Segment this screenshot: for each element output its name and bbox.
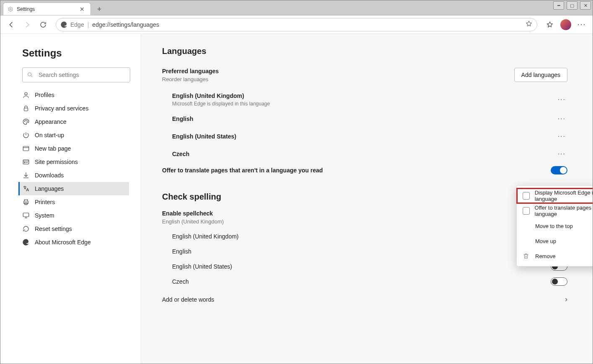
profile-avatar[interactable] [559, 18, 572, 31]
svg-rect-8 [23, 160, 29, 164]
enable-spellcheck-desc: English (United Kingdom) [162, 218, 567, 225]
browser-window: Settings ✕ + ━ ▢ ✕ Edge | edge://setting… [0, 0, 593, 364]
ctx-label: Offer to translate pages in this languag… [535, 205, 593, 217]
close-tab-icon[interactable]: ✕ [78, 6, 86, 13]
svg-rect-10 [24, 201, 28, 204]
forward-button[interactable] [21, 18, 34, 31]
address-app-name: Edge [70, 21, 84, 28]
address-url: edge://settings/languages [92, 21, 159, 28]
ctx-label: Remove [535, 253, 555, 259]
ctx-move-top[interactable]: Move to the top [517, 218, 593, 233]
spellcheck-toggle[interactable] [551, 277, 567, 286]
settings-title: Settings [22, 47, 130, 59]
reset-icon [22, 225, 30, 233]
svg-rect-3 [24, 108, 28, 111]
language-row: English (United Kingdom) Microsoft Edge … [162, 89, 567, 110]
search-icon [27, 72, 34, 78]
sidebar-item-startup[interactable]: On start-up [20, 128, 130, 142]
close-window-button[interactable]: ✕ [580, 1, 591, 10]
ctx-remove[interactable]: Remove [517, 249, 593, 264]
spellcheck-row: English (United States) [162, 259, 567, 274]
language-name: English (United States) [172, 133, 236, 140]
sidebar-item-label: Privacy and services [35, 105, 88, 112]
browser-tab-settings[interactable]: Settings ✕ [3, 3, 91, 15]
app-menu-button[interactable]: ··· [575, 18, 588, 31]
ctx-move-up[interactable]: Move up [517, 233, 593, 249]
svg-point-0 [10, 8, 11, 10]
sidebar-item-profiles[interactable]: Profiles [20, 88, 130, 102]
permissions-icon [22, 158, 30, 166]
sidebar-item-printers[interactable]: Printers [20, 195, 130, 209]
sidebar-item-label: Languages [35, 185, 64, 192]
power-icon [22, 131, 30, 139]
language-desc: Microsoft Edge is displayed in this lang… [172, 101, 270, 107]
sidebar-item-permissions[interactable]: Site permissions [20, 155, 130, 169]
page-heading: Languages [162, 46, 567, 56]
tab-icon [22, 145, 30, 152]
favorites-button[interactable] [543, 18, 557, 31]
settings-main: Languages Preferred languages Reorder la… [141, 34, 593, 364]
back-button[interactable] [5, 18, 18, 31]
trash-icon [523, 253, 529, 259]
sidebar-item-label: New tab page [35, 145, 71, 152]
toolbar: Edge | edge://settings/languages ··· [0, 15, 593, 34]
preferred-languages-header: Preferred languages Reorder languages Ad… [162, 68, 567, 82]
minimize-button[interactable]: ━ [553, 1, 564, 10]
settings-search[interactable] [22, 67, 130, 82]
maximize-button[interactable]: ▢ [567, 1, 578, 10]
svg-point-1 [28, 73, 31, 76]
chevron-right-icon: › [565, 295, 567, 304]
spellcheck-row: Czech [162, 274, 567, 289]
spellcheck-lang: Czech [172, 278, 189, 285]
svg-point-2 [25, 92, 27, 95]
svg-point-6 [27, 121, 28, 122]
sidebar-item-about[interactable]: About Microsoft Edge [20, 236, 130, 249]
language-more-button[interactable]: ··· [556, 94, 567, 105]
ctx-offer-translate[interactable]: Offer to translate pages in this languag… [517, 203, 593, 218]
gear-icon [8, 6, 13, 12]
printer-icon [22, 198, 30, 206]
sidebar-item-label: Site permissions [35, 159, 78, 165]
edge-icon [22, 238, 30, 246]
sidebar-item-reset[interactable]: Reset settings [20, 222, 130, 236]
sidebar-item-privacy[interactable]: Privacy and services [20, 102, 130, 115]
ctx-display-in-language[interactable]: Display Microsoft Edge in this language [517, 188, 593, 203]
lock-icon [22, 105, 30, 112]
language-name: Czech [172, 151, 189, 157]
sidebar-item-appearance[interactable]: Appearance [20, 115, 130, 128]
add-words-label: Add or delete words [162, 296, 214, 303]
refresh-button[interactable] [36, 18, 50, 31]
language-row: English (United States) ··· [162, 128, 567, 145]
offer-translate-toggle[interactable] [551, 166, 567, 174]
language-list: English (United Kingdom) Microsoft Edge … [162, 89, 567, 163]
svg-rect-12 [23, 213, 29, 217]
tab-strip: Settings ✕ + ━ ▢ ✕ [0, 0, 593, 15]
address-bar[interactable]: Edge | edge://settings/languages [56, 18, 537, 31]
sidebar-item-label: Reset settings [35, 226, 72, 232]
ctx-label: Move up [535, 238, 556, 244]
language-more-button[interactable]: ··· [556, 113, 567, 124]
checkbox-icon [523, 192, 530, 200]
language-name: English [172, 115, 193, 122]
sidebar-item-downloads[interactable]: Downloads [20, 169, 130, 182]
address-separator: | [88, 21, 89, 28]
sidebar-item-label: System [35, 212, 54, 219]
svg-point-5 [26, 120, 26, 121]
language-more-button[interactable]: ··· [556, 131, 567, 142]
sidebar-item-newtab[interactable]: New tab page [20, 142, 130, 155]
palette-icon [22, 118, 30, 126]
settings-search-input[interactable] [38, 71, 126, 79]
sidebar-item-label: On start-up [35, 132, 64, 138]
sidebar-item-system[interactable]: System [20, 209, 130, 222]
language-row: Czech ··· [162, 145, 567, 163]
new-tab-button[interactable]: + [93, 3, 105, 15]
language-more-button[interactable]: ··· [556, 149, 567, 159]
add-words-row[interactable]: Add or delete words › [162, 292, 567, 307]
favorite-icon[interactable] [525, 20, 533, 29]
add-languages-button[interactable]: Add languages [514, 68, 567, 82]
ctx-label: Move to the top [535, 223, 573, 229]
preferred-title: Preferred languages [162, 68, 219, 74]
settings-sidebar: Settings Profiles Privacy and services A… [0, 34, 141, 364]
spellcheck-lang: English [172, 248, 191, 255]
sidebar-item-languages[interactable]: Languages [18, 182, 129, 195]
